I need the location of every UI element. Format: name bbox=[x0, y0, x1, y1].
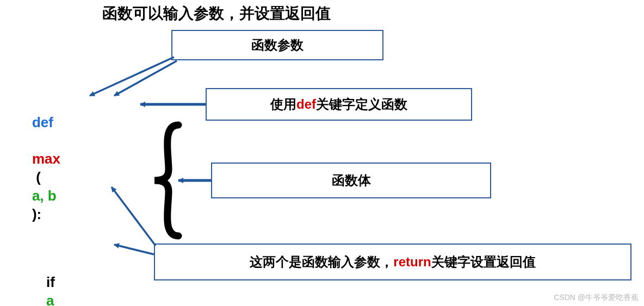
code-kw-if: if bbox=[46, 274, 59, 290]
box-return-suffix: 关键字设置返回值 bbox=[431, 253, 536, 271]
code-rparen: ): bbox=[32, 206, 41, 222]
box-function-body-label: 函数体 bbox=[332, 172, 371, 189]
box-def-keyword: 使用 def 关键字定义函数 bbox=[206, 88, 472, 121]
box-return-keyword-red: return bbox=[393, 254, 431, 270]
arrow-params-1 bbox=[90, 57, 174, 96]
watermark: CSDN @牛爷爷爱吃香蕉 bbox=[554, 293, 639, 303]
code-cond-a: a bbox=[46, 292, 54, 306]
code-fn-name: max bbox=[32, 151, 60, 167]
box-return-prefix: 这两个是函数输入参数， bbox=[250, 253, 393, 271]
box-function-params-label: 函数参数 bbox=[251, 36, 304, 54]
code-block: def max ( a, b ): if a > b : return a el… bbox=[16, 95, 105, 306]
box-def-keyword-red: def bbox=[296, 97, 316, 112]
arrow-return-b bbox=[114, 245, 154, 254]
code-space bbox=[32, 133, 36, 149]
box-return-keyword: 这两个是函数输入参数， return 关键字设置返回值 bbox=[154, 243, 631, 280]
code-line-if: if a > b : bbox=[16, 255, 105, 306]
box-function-params: 函数参数 bbox=[171, 30, 383, 60]
box-def-text-prefix: 使用 bbox=[270, 96, 296, 113]
code-args: a, b bbox=[32, 188, 57, 204]
code-line-def: def max ( a, b ): bbox=[16, 95, 105, 242]
curly-brace-icon bbox=[140, 121, 189, 240]
box-function-body: 函数体 bbox=[211, 163, 491, 198]
code-lparen: ( bbox=[32, 169, 41, 185]
box-def-text-suffix: 关键字定义函数 bbox=[316, 96, 407, 113]
code-kw-def: def bbox=[32, 114, 53, 130]
diagram-title: 函数可以输入参数，并设置返回值 bbox=[102, 3, 331, 24]
arrow-params-2 bbox=[114, 61, 177, 96]
